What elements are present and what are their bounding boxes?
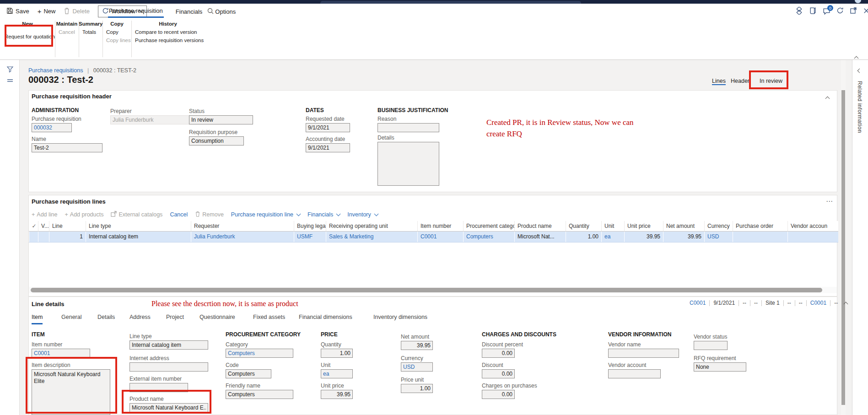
delete-button[interactable]: Delete xyxy=(64,7,90,16)
add-products-button[interactable]: +Add products xyxy=(65,211,104,218)
unit-price-input[interactable] xyxy=(321,390,353,399)
requested-date-input[interactable] xyxy=(306,123,350,132)
remove-button[interactable]: Remove xyxy=(195,211,224,218)
tab-general[interactable]: General xyxy=(61,314,81,323)
save-button[interactable]: Save xyxy=(6,7,29,16)
refresh-icon[interactable] xyxy=(836,7,844,16)
tab-financial-dimensions[interactable]: Financial dimensions xyxy=(299,314,352,323)
tab-address[interactable]: Address xyxy=(129,314,151,323)
table-row[interactable]: 1 Internal catalog item Julia Funderburk… xyxy=(29,231,838,242)
row-item-number[interactable]: C0001 xyxy=(418,231,464,242)
col-requester[interactable]: Requester xyxy=(191,221,294,231)
more-options-icon[interactable]: ⋯ xyxy=(826,197,833,205)
code-input[interactable] xyxy=(226,369,271,378)
vendor-name-input[interactable] xyxy=(608,349,679,358)
inventory-menu[interactable]: Inventory xyxy=(347,211,377,218)
request-for-quotation-button[interactable]: Request for quotation xyxy=(5,34,55,39)
col-vendor-account[interactable]: Vendor accoun xyxy=(788,221,838,231)
row-requester[interactable]: Julia Funderburk xyxy=(191,231,294,242)
expand-icon[interactable] xyxy=(850,7,857,16)
col-line[interactable]: Line xyxy=(49,221,86,231)
col-currency[interactable]: Currency xyxy=(705,221,733,231)
currency-input[interactable] xyxy=(401,362,433,372)
header-card-collapse-icon[interactable] xyxy=(825,97,830,101)
external-item-number-input[interactable] xyxy=(129,383,188,392)
item-description-textarea[interactable]: Microsoft Natural Keyboard Elite xyxy=(32,369,110,415)
tab-financials[interactable]: Financials xyxy=(175,5,204,17)
feedback-icon[interactable]: 0 xyxy=(823,7,830,15)
status-input[interactable] xyxy=(189,115,253,124)
friendly-name-input[interactable] xyxy=(226,390,293,399)
row-currency[interactable]: USD xyxy=(705,231,733,242)
details-textarea[interactable] xyxy=(377,142,439,186)
row-select-cell[interactable] xyxy=(29,231,38,242)
reason-input[interactable] xyxy=(377,123,439,132)
col-unit[interactable]: Unit xyxy=(602,221,625,231)
vertical-scrollbar-thumb[interactable] xyxy=(841,90,845,405)
chevron-left-icon[interactable] xyxy=(857,69,862,73)
rfq-requirement-input[interactable] xyxy=(694,362,746,372)
horizontal-scrollbar-thumb[interactable] xyxy=(31,288,822,292)
purchase-requisition-line-menu[interactable]: Purchase requisition line xyxy=(231,211,300,218)
view-header-link[interactable]: Header xyxy=(731,78,749,84)
search-icon[interactable] xyxy=(207,7,214,16)
cancel-button[interactable]: Cancel xyxy=(59,29,79,35)
select-all-icon[interactable]: ✓ xyxy=(29,221,38,231)
category-input[interactable] xyxy=(226,349,293,358)
avatar[interactable] xyxy=(855,0,861,3)
tab-project[interactable]: Project xyxy=(166,314,184,323)
col-net-amount[interactable]: Net amount xyxy=(663,221,705,231)
line-type-input[interactable] xyxy=(129,340,208,350)
col-purchase-order[interactable]: Purchase order xyxy=(733,221,788,231)
cancel-line-button[interactable]: Cancel xyxy=(170,211,188,218)
col-buying-legal[interactable]: Buying legal ... xyxy=(294,221,326,231)
charges-on-purchases-input[interactable] xyxy=(482,390,515,399)
tab-purchase-requisition[interactable]: Purchase requisition xyxy=(108,5,164,18)
col-line-type[interactable]: Line type xyxy=(86,221,191,231)
book-icon[interactable] xyxy=(809,7,817,16)
purchase-requisition-input[interactable] xyxy=(32,123,72,132)
new-button[interactable]: + New xyxy=(38,8,56,15)
tab-inventory-dimensions[interactable]: Inventory dimensions xyxy=(373,314,427,323)
row-unit[interactable]: ea xyxy=(602,231,625,242)
horizontal-scrollbar[interactable] xyxy=(29,287,837,293)
tab-item[interactable]: Item xyxy=(32,314,43,324)
copy-button[interactable]: Copy xyxy=(106,29,131,35)
financials-menu[interactable]: Financials xyxy=(307,211,340,218)
col-product-name[interactable]: Product name xyxy=(515,221,566,231)
tab-options[interactable]: Options xyxy=(214,5,237,17)
tab-fixed-assets[interactable]: Fixed assets xyxy=(253,314,285,323)
name-input[interactable] xyxy=(32,143,102,152)
totals-button[interactable]: Totals xyxy=(82,29,102,35)
task-list-icon[interactable] xyxy=(6,78,14,85)
filter-icon[interactable] xyxy=(6,65,14,74)
summary-item-number[interactable]: C0001 xyxy=(686,300,709,306)
status-badge[interactable]: In review xyxy=(760,78,782,84)
vendor-status-input[interactable] xyxy=(694,341,728,350)
row-procurement-category[interactable]: Computers xyxy=(464,231,515,242)
copy-lines-button[interactable]: Copy lines xyxy=(106,38,131,43)
col-unit-price[interactable]: Unit price xyxy=(625,221,663,231)
discount-input[interactable] xyxy=(482,369,515,378)
row-receiving-operating-unit[interactable]: Sales & Marketing xyxy=(326,231,418,242)
row-buying-legal[interactable]: USMF xyxy=(294,231,326,242)
summary-item-number-2[interactable]: C0001 xyxy=(807,300,830,306)
internet-address-input[interactable] xyxy=(129,362,208,372)
accounting-date-input[interactable] xyxy=(306,143,350,152)
col-procurement-category[interactable]: Procurement category xyxy=(464,221,515,231)
col-quantity[interactable]: Quantity xyxy=(566,221,602,231)
col-receiving-operating-unit[interactable]: Receiving operating unit xyxy=(326,221,418,231)
product-name-input[interactable] xyxy=(129,403,208,412)
purchase-requisition-versions-button[interactable]: Purchase requisition versions xyxy=(135,38,205,43)
add-line-button[interactable]: +Add line xyxy=(32,211,58,218)
vertical-scrollbar[interactable] xyxy=(841,60,846,415)
col-item-number[interactable]: Item number xyxy=(418,221,464,231)
compare-to-recent-version-button[interactable]: Compare to recent version xyxy=(135,29,205,35)
net-amount-input[interactable] xyxy=(401,341,433,350)
price-unit-input[interactable] xyxy=(401,384,433,393)
tab-details[interactable]: Details xyxy=(97,314,115,323)
close-icon[interactable] xyxy=(863,7,868,16)
tab-questionnaire[interactable]: Questionnaire xyxy=(199,314,235,323)
discount-percent-input[interactable] xyxy=(482,349,515,358)
line-details-collapse-icon[interactable] xyxy=(844,302,848,306)
